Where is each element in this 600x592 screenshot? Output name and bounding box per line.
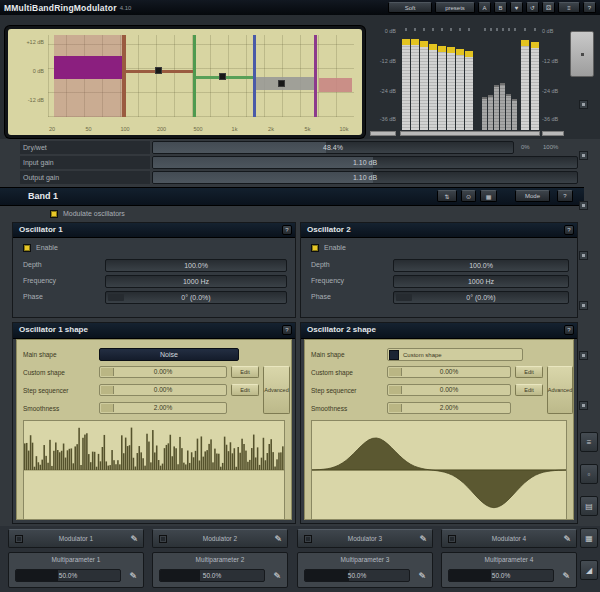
help-button[interactable]: ? — [282, 325, 292, 335]
band-editor-plot[interactable]: +12 dB0 dB-12 dB20501002005001k2k5k10k — [8, 29, 362, 135]
multiparameter-slider[interactable]: 50.0% — [159, 569, 265, 582]
rail-dot-button[interactable] — [579, 351, 588, 360]
rail-dot-button[interactable] — [579, 100, 588, 109]
step-sequencer-edit-button[interactable]: Edit — [515, 384, 543, 396]
rail-button-1[interactable]: ≡ — [580, 432, 598, 452]
modulate-oscillators-checkbox[interactable] — [50, 210, 58, 218]
custom-shape-label: Custom shape — [23, 369, 65, 376]
edit-pencil-icon[interactable]: ✎ — [418, 571, 426, 581]
phase-slider[interactable]: 0° (0.0%) — [393, 291, 569, 304]
meter-channel-tick — [468, 28, 470, 31]
gain-axis-label: +12 dB — [10, 39, 44, 45]
help-button[interactable]: ? — [282, 225, 292, 235]
rail-dot-button[interactable] — [579, 201, 588, 210]
oscillator-1-shape-display[interactable] — [23, 420, 285, 520]
edit-pencil-icon[interactable]: ✎ — [274, 534, 282, 544]
input-gain-slider[interactable]: 1.10 dB — [152, 156, 578, 169]
band-4-handle[interactable] — [278, 80, 285, 87]
band-3-handle[interactable] — [219, 73, 226, 80]
frequency-slider[interactable]: 1000 Hz — [393, 275, 569, 288]
main-shape-dropdown[interactable]: Noise — [99, 348, 239, 361]
multiparameter-value: 50.0% — [160, 570, 264, 581]
enable-checkbox[interactable] — [23, 244, 31, 252]
custom-shape-label: Custom shape — [311, 369, 353, 376]
preset-display[interactable]: Soft — [388, 2, 432, 13]
band-magnify-button[interactable]: ⊙ — [461, 190, 476, 202]
band-collapse-button[interactable]: ⇅ — [437, 190, 457, 202]
step-sequencer-slider[interactable]: 0.00% — [387, 384, 511, 396]
modulator-button[interactable]: Modulator 3✎ — [297, 529, 433, 548]
freq-axis-label: 20 — [49, 126, 55, 132]
custom-shape-slider[interactable]: 0.00% — [387, 366, 511, 378]
dot-icon — [582, 103, 585, 106]
crossover-1-line[interactable] — [122, 35, 126, 117]
rail-dot-button[interactable] — [579, 151, 588, 160]
multiparameter-slider[interactable]: 50.0% — [304, 569, 410, 582]
rail-dot-button[interactable] — [579, 251, 588, 260]
modulator-button[interactable]: Modulator 4✎ — [441, 529, 577, 548]
compare-b-button[interactable]: B — [494, 2, 507, 13]
band-5-gain-bar[interactable] — [319, 78, 352, 92]
depth-slider[interactable]: 100.0% — [105, 259, 287, 272]
band-level-meter — [420, 41, 428, 130]
frequency-slider[interactable]: 1000 Hz — [105, 275, 287, 288]
frequency-value: 1000 Hz — [394, 276, 568, 287]
smoothness-slider[interactable]: 2.00% — [387, 402, 511, 414]
band-mode-button[interactable]: Mode — [515, 190, 550, 202]
modulator-button[interactable]: Modulator 2✎ — [152, 529, 288, 548]
advanced-button[interactable]: Advanced — [263, 366, 290, 414]
help-button[interactable]: ? — [583, 2, 596, 13]
crossover-3-line[interactable] — [253, 35, 256, 117]
favorite-button[interactable]: ♥ — [510, 2, 523, 13]
custom-shape-edit-button[interactable]: Edit — [515, 366, 543, 378]
edit-pencil-icon[interactable]: ✎ — [419, 534, 427, 544]
smoothness-slider[interactable]: 2.00% — [99, 402, 227, 414]
meter-peak-cap — [420, 41, 428, 47]
output-level-meter — [531, 42, 539, 130]
band-1-gain-bar[interactable] — [54, 56, 122, 79]
band-4-gain-bar[interactable] — [256, 77, 314, 90]
randomize-button[interactable]: ⚄ — [542, 2, 555, 13]
edit-pencil-icon[interactable]: ✎ — [129, 571, 137, 581]
output-gain-value: 1.10 dB — [153, 172, 577, 183]
scrollbar-thumb[interactable] — [570, 31, 594, 77]
step-sequencer-slider[interactable]: 0.00% — [99, 384, 227, 396]
crossover-4-line[interactable] — [314, 35, 317, 117]
edit-pencil-icon[interactable]: ✎ — [130, 534, 138, 544]
band-2-handle[interactable] — [155, 67, 162, 74]
rail-dot-button[interactable] — [579, 301, 588, 310]
enable-checkbox[interactable] — [311, 244, 319, 252]
multiparameter-slider[interactable]: 50.0% — [15, 569, 121, 582]
compare-a-button[interactable]: A — [478, 2, 491, 13]
enable-label: Enable — [36, 244, 58, 251]
undo-button[interactable]: ↺ — [526, 2, 539, 13]
main-shape-dropdown[interactable]: Custom shape — [387, 348, 523, 361]
output-gain-slider[interactable]: 1.10 dB — [152, 171, 578, 184]
dry-wet-slider[interactable]: 48.4% — [152, 141, 514, 154]
dot-icon — [582, 154, 585, 157]
modulator-button[interactable]: Modulator 1✎ — [8, 529, 144, 548]
rail-button-5[interactable]: ◢ — [580, 560, 598, 580]
rail-dot-button[interactable] — [579, 401, 588, 410]
depth-slider[interactable]: 100.0% — [393, 259, 569, 272]
rail-button-2[interactable]: ▫ — [580, 464, 598, 484]
oscillator-2-shape-panel: Oscillator 2 shape ? Main shape Custom s… — [300, 322, 578, 524]
oscillator-2-shape-display[interactable] — [311, 420, 567, 520]
settings-button[interactable]: ≡ — [558, 2, 580, 13]
custom-shape-edit-button[interactable]: Edit — [231, 366, 259, 378]
edit-pencil-icon[interactable]: ✎ — [273, 571, 281, 581]
custom-shape-slider[interactable]: 0.00% — [99, 366, 227, 378]
enable-label: Enable — [324, 244, 346, 251]
multiparameter-slider[interactable]: 50.0% — [448, 569, 554, 582]
meter-channel-tick — [450, 28, 452, 31]
band-editor[interactable]: +12 dB0 dB-12 dB20501002005001k2k5k10k — [5, 26, 365, 138]
step-sequencer-edit-button[interactable]: Edit — [231, 384, 259, 396]
band-level-meter — [438, 46, 446, 130]
meter-peak-cap — [438, 46, 446, 52]
presets-button[interactable]: presets — [435, 2, 475, 13]
rail-button-4[interactable]: ▦ — [580, 528, 598, 548]
band-presets-button[interactable]: ▦ — [480, 190, 497, 202]
phase-slider[interactable]: 0° (0.0%) — [105, 291, 287, 304]
rail-button-3[interactable]: ▤ — [580, 496, 598, 516]
title-bar: MMultiBandRingModulator 4.10 Softpresets… — [0, 0, 600, 15]
